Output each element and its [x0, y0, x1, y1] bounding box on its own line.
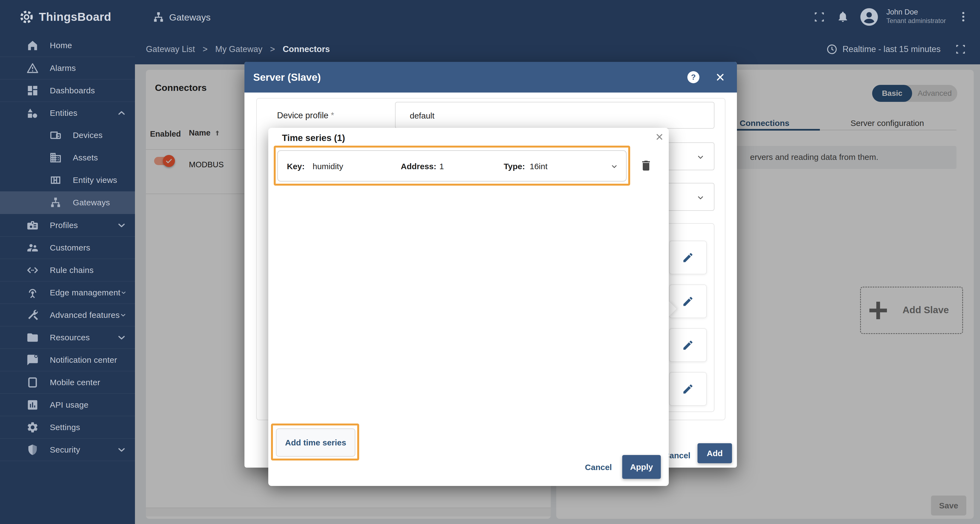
- thingsboard-logo-icon: [18, 8, 35, 25]
- avatar[interactable]: [859, 7, 879, 27]
- sidebar-item-entities[interactable]: Entities: [0, 102, 135, 124]
- clock-icon: [826, 43, 838, 55]
- sidebar-item-entity-views[interactable]: Entity views: [0, 169, 135, 191]
- help-icon[interactable]: ?: [687, 71, 699, 83]
- sidebar-item-label: Devices: [73, 131, 103, 140]
- sidebar-item-label: Advanced features: [50, 311, 119, 320]
- edit-attributes-updates-button[interactable]: [669, 328, 707, 362]
- sidebar-item-label: Home: [50, 41, 72, 50]
- notification-icon: [26, 354, 39, 366]
- pencil-icon: [682, 252, 694, 264]
- sitemap-icon: [49, 196, 62, 209]
- sidebar-item-alarms[interactable]: Alarms: [0, 57, 135, 79]
- chevron-down-icon: [695, 193, 705, 202]
- sidebar-item-dashboards[interactable]: Dashboards: [0, 79, 135, 102]
- dialog-close-icon[interactable]: [715, 72, 726, 83]
- sidebar-item-security[interactable]: Security: [0, 438, 135, 461]
- sidebar-item-label: API usage: [50, 400, 88, 409]
- sidebar-nav: HomeAlarmsDashboardsEntitiesDevicesAsset…: [0, 34, 135, 524]
- customers-icon: [26, 242, 39, 254]
- device-profile-input[interactable]: default: [395, 102, 714, 129]
- popover-cancel-button[interactable]: Cancel: [582, 459, 615, 476]
- type-value: 16int: [530, 162, 547, 171]
- home-icon: [26, 39, 39, 52]
- settings-icon: [26, 421, 39, 434]
- sidebar-item-label: Settings: [50, 423, 80, 432]
- chevron-down-icon: [116, 444, 127, 455]
- fullscreen-icon[interactable]: [813, 11, 825, 23]
- sidebar-item-label: Customers: [50, 243, 90, 252]
- sidebar-item-label: Gateways: [73, 198, 110, 207]
- breadcrumb-bar: Gateway List > My Gateway > Connectors R…: [135, 34, 980, 64]
- popover-apply-button[interactable]: Apply: [622, 455, 661, 479]
- delete-row-icon[interactable]: [640, 159, 652, 172]
- pencil-icon: [682, 383, 694, 395]
- edit-rpc-requests-button[interactable]: [669, 372, 707, 406]
- entities-icon: [26, 107, 39, 119]
- sidebar-item-api-usage[interactable]: API usage: [0, 393, 135, 416]
- app-logo-text: ThingsBoard: [39, 10, 111, 24]
- breadcrumb-separator: >: [270, 45, 275, 54]
- key-label: Key:: [287, 162, 305, 171]
- more-menu-icon[interactable]: [957, 10, 970, 23]
- edit-attributes-button[interactable]: [669, 240, 707, 274]
- mobile-icon: [26, 376, 39, 389]
- dialog-title: Server (Slave): [253, 72, 321, 83]
- dialog-header: Server (Slave) ?: [245, 62, 737, 92]
- key-value: humidity: [313, 162, 343, 171]
- add-time-series-button[interactable]: Add time series: [276, 428, 355, 457]
- breadcrumb: Gateway List > My Gateway > Connectors: [146, 45, 330, 54]
- sidebar-item-mobile-center[interactable]: Mobile center: [0, 371, 135, 393]
- sidebar-item-assets[interactable]: Assets: [0, 147, 135, 169]
- api-icon: [26, 398, 39, 411]
- dashboard-icon: [26, 84, 39, 97]
- chevron-down-icon: [116, 332, 127, 343]
- sidebar-item-label: Mobile center: [50, 378, 100, 387]
- dialog-add-button[interactable]: Add: [697, 443, 732, 463]
- sidebar-item-profiles[interactable]: Profiles: [0, 214, 135, 236]
- sidebar-item-label: Dashboards: [50, 86, 95, 95]
- app-root: ThingsBoard Gateways John Doe Tenant adm…: [0, 0, 980, 524]
- security-icon: [26, 443, 39, 456]
- rulechain-icon: [26, 264, 39, 277]
- timewindow-button[interactable]: Realtime - last 15 minutes: [826, 43, 940, 55]
- edit-timeseries-button[interactable]: [669, 284, 707, 318]
- popover-title: Time series (1): [282, 133, 345, 143]
- chevron-down-icon: [695, 152, 705, 162]
- breadcrumb-my-gateway[interactable]: My Gateway: [215, 45, 262, 54]
- sidebar-item-label: Alarms: [50, 64, 76, 73]
- sidebar-item-rule-chains[interactable]: Rule chains: [0, 259, 135, 281]
- sidebar-item-resources[interactable]: Resources: [0, 326, 135, 349]
- type-label: Type:: [504, 162, 525, 171]
- notifications-bell-icon[interactable]: [837, 10, 849, 23]
- user-info[interactable]: John Doe Tenant administrator: [886, 7, 946, 25]
- chevron-down-icon: [121, 287, 127, 298]
- sidebar-item-edge-management[interactable]: Edge management: [0, 281, 135, 304]
- sidebar-item-customers[interactable]: Customers: [0, 236, 135, 259]
- sidebar-item-devices[interactable]: Devices: [0, 124, 135, 147]
- entityview-icon: [49, 174, 62, 186]
- sidebar-item-label: Assets: [73, 153, 98, 162]
- resources-icon: [26, 331, 39, 344]
- advanced-icon: [26, 309, 39, 322]
- breadcrumb-gateway-list[interactable]: Gateway List: [146, 45, 195, 54]
- sidebar-item-home[interactable]: Home: [0, 34, 135, 57]
- device-icon: [49, 129, 62, 142]
- chevron-up-icon: [116, 108, 127, 118]
- sidebar-item-settings[interactable]: Settings: [0, 416, 135, 438]
- sidebar-item-label: Resources: [50, 333, 90, 342]
- user-name: John Doe: [886, 7, 946, 17]
- sidebar-item-notification-center[interactable]: Notification center: [0, 349, 135, 371]
- sidebar-item-label: Edge management: [50, 288, 121, 297]
- sidebar-item-label: Entities: [50, 108, 78, 118]
- time-series-row[interactable]: Key: humidity Address: 1 Type: 16int: [277, 150, 627, 182]
- user-role: Tenant administrator: [886, 17, 946, 25]
- device-profile-value: default: [410, 111, 434, 121]
- sidebar-item-advanced-features[interactable]: Advanced features: [0, 304, 135, 326]
- popover-close-icon[interactable]: [655, 132, 664, 142]
- pencil-icon: [682, 295, 694, 307]
- sidebar-item-gateways[interactable]: Gateways: [0, 191, 135, 214]
- dashboard-fullscreen-icon[interactable]: [955, 43, 966, 55]
- page-title: Gateways: [169, 12, 210, 23]
- sidebar-item-label: Profiles: [50, 221, 78, 230]
